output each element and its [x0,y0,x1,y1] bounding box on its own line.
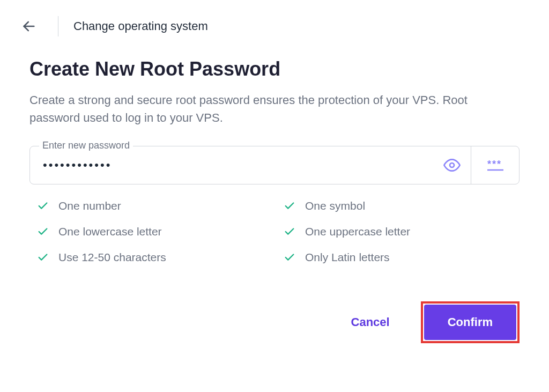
requirement-item: One uppercase letter [284,225,520,238]
svg-text:***: *** [487,159,502,169]
requirement-item: Use 12-50 characters [37,251,273,264]
actions-bar: Cancel Confirm [29,301,520,343]
password-input-label: Enter new password [39,140,133,151]
requirement-text: One number [58,199,121,212]
generate-password-button[interactable]: *** [471,146,519,184]
password-input-container: Enter new password *** [29,146,520,184]
page-title: Create New Root Password [29,58,520,80]
back-button[interactable] [21,19,36,34]
check-icon [284,226,295,238]
eye-icon [443,157,461,174]
password-requirements: One number One symbol One lowercase lett… [29,199,520,264]
check-icon [37,200,49,212]
check-icon [37,252,49,263]
cancel-button[interactable]: Cancel [347,309,394,336]
requirement-item: One symbol [284,199,520,212]
requirement-text: One uppercase letter [305,225,410,238]
toggle-password-visibility-button[interactable] [433,146,471,184]
confirm-button-highlight: Confirm [421,301,520,343]
header-divider [58,16,58,36]
confirm-button[interactable]: Confirm [424,305,516,340]
requirement-text: Use 12-50 characters [58,251,166,264]
requirement-text: One symbol [305,199,365,212]
requirement-item: Only Latin letters [284,251,520,264]
requirement-item: One lowercase letter [37,225,273,238]
requirement-text: One lowercase letter [58,225,162,238]
check-icon [37,226,49,238]
svg-point-1 [450,163,454,167]
check-icon [284,200,295,212]
header-title: Change operating system [73,19,208,33]
arrow-left-icon [21,19,36,34]
password-input[interactable] [30,146,433,184]
requirement-text: Only Latin letters [305,251,390,264]
page-description: Create a strong and secure root password… [29,91,520,127]
requirement-item: One number [37,199,273,212]
check-icon [284,252,295,263]
asterisks-icon: *** [485,158,506,173]
